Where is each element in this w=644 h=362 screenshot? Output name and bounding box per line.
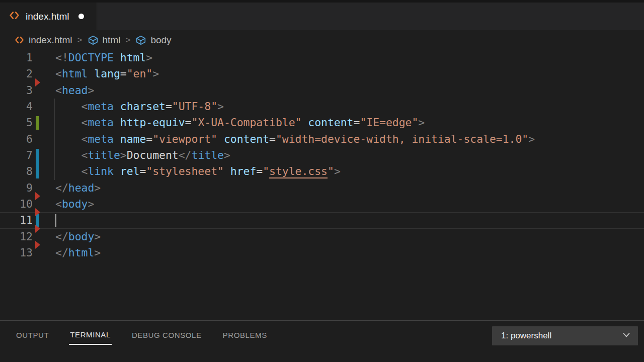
line-number: 6 bbox=[0, 131, 33, 147]
chevron-down-icon bbox=[622, 330, 631, 342]
code-text: <html lang="en"> bbox=[55, 66, 159, 82]
code-text: </head> bbox=[55, 180, 101, 196]
code-lines: 1<!DOCTYPE html>2<html lang="en">3<head>… bbox=[0, 50, 644, 320]
tab-label: index.html bbox=[26, 11, 69, 22]
code-text: <meta http-equiv="X-UA-Compatible" conte… bbox=[55, 115, 425, 131]
editor-tab-bar: index.html bbox=[0, 3, 644, 30]
vscode-window: index.html index.html > html > bbox=[0, 0, 644, 362]
code-line[interactable]: 8 <link rel="stylesheet" href="style.css… bbox=[0, 163, 644, 179]
code-text: <title>Document</title> bbox=[55, 147, 230, 163]
line-number: 10 bbox=[0, 196, 33, 212]
tab-index-html[interactable]: index.html bbox=[0, 3, 97, 30]
line-number: 4 bbox=[0, 99, 33, 115]
line-number: 2 bbox=[0, 66, 33, 82]
code-text: <link rel="stylesheet" href="style.css"> bbox=[55, 163, 341, 179]
code-line[interactable]: 12</body> bbox=[0, 229, 644, 245]
line-number: 12 bbox=[0, 229, 33, 245]
code-text: <meta name="viewport" content="width=dev… bbox=[55, 131, 535, 147]
html-file-icon bbox=[9, 10, 20, 23]
code-line[interactable]: 3<head> bbox=[0, 82, 644, 99]
code-line[interactable]: 6 <meta name="viewport" content="width=d… bbox=[0, 131, 644, 147]
line-number: 13 bbox=[0, 245, 33, 261]
terminal-instance-label: 1: powershell bbox=[501, 331, 551, 341]
line-number: 9 bbox=[0, 180, 33, 196]
breadcrumb-item-file[interactable]: index.html bbox=[14, 35, 72, 46]
code-editor[interactable]: 1<!DOCTYPE html>2<html lang="en">3<head>… bbox=[0, 50, 644, 320]
terminal-instance-select[interactable]: 1: powershell bbox=[492, 326, 638, 345]
breadcrumb-label: html bbox=[103, 35, 121, 46]
line-number: 7 bbox=[0, 147, 33, 163]
code-line[interactable]: 2<html lang="en"> bbox=[0, 66, 644, 82]
breadcrumb-separator: > bbox=[77, 35, 83, 45]
breadcrumb-item-html[interactable]: html bbox=[88, 35, 121, 46]
panel-tab-debug-console[interactable]: DEBUG CONSOLE bbox=[131, 324, 203, 344]
breadcrumb-separator: > bbox=[125, 35, 130, 45]
line-number: 1 bbox=[0, 50, 33, 66]
panel-tab-terminal[interactable]: TERMINAL bbox=[69, 323, 112, 345]
symbol-cube-icon bbox=[135, 35, 146, 46]
text-cursor bbox=[55, 214, 56, 227]
line-number: 3 bbox=[0, 82, 33, 99]
code-line[interactable]: 11 bbox=[0, 212, 644, 228]
breadcrumb-item-body[interactable]: body bbox=[135, 35, 171, 46]
code-line[interactable]: 9</head> bbox=[0, 180, 644, 196]
breadcrumb-label: body bbox=[150, 35, 171, 46]
code-line[interactable]: 1<!DOCTYPE html> bbox=[0, 50, 644, 66]
code-line[interactable]: 7 <title>Document</title> bbox=[0, 147, 644, 163]
code-line[interactable]: 4 <meta charset="UTF-8"> bbox=[0, 99, 644, 115]
bottom-panel: OUTPUT TERMINAL DEBUG CONSOLE PROBLEMS 1… bbox=[0, 320, 644, 362]
code-line[interactable]: 13</html> bbox=[0, 245, 644, 261]
panel-tab-problems[interactable]: PROBLEMS bbox=[222, 324, 268, 344]
symbol-cube-icon bbox=[88, 35, 99, 46]
html-file-icon bbox=[14, 35, 25, 45]
code-text: <meta charset="UTF-8"> bbox=[55, 99, 224, 115]
line-number: 11 bbox=[0, 212, 33, 228]
code-text: <!DOCTYPE html> bbox=[55, 50, 152, 66]
line-number: 5 bbox=[0, 115, 33, 131]
line-number: 8 bbox=[0, 163, 33, 179]
code-text: </body> bbox=[55, 229, 101, 245]
panel-tab-output[interactable]: OUTPUT bbox=[15, 324, 50, 344]
unsaved-changes-dot[interactable] bbox=[78, 14, 84, 19]
code-line[interactable]: 5 <meta http-equiv="X-UA-Compatible" con… bbox=[0, 115, 644, 131]
breadcrumb-label: index.html bbox=[29, 35, 72, 46]
code-text: <head> bbox=[55, 82, 94, 99]
breadcrumb: index.html > html > body bbox=[0, 30, 644, 50]
code-text: <body> bbox=[55, 196, 94, 212]
code-text: </html> bbox=[55, 245, 101, 261]
code-line[interactable]: 10<body> bbox=[0, 196, 644, 212]
